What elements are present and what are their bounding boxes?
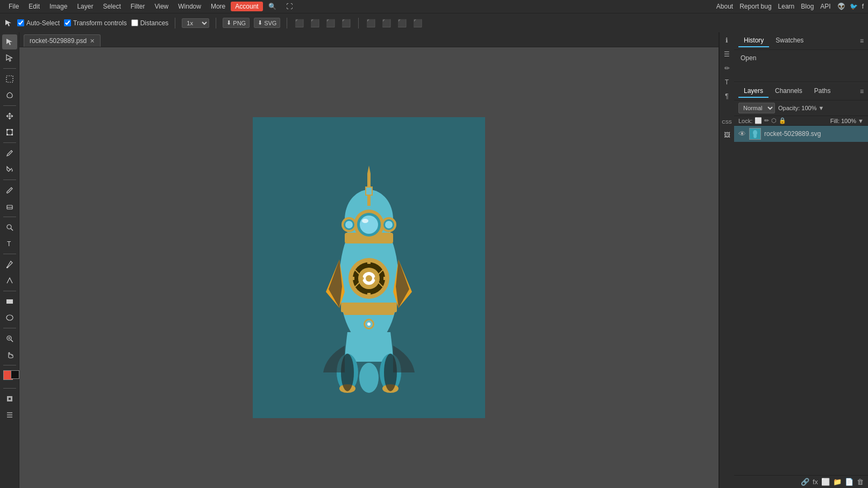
tool-layers-icon[interactable] [2, 407, 17, 422]
lock-paint-icon[interactable]: ✏ [764, 117, 769, 124]
tool-ellipse[interactable] [2, 310, 17, 325]
menu-learn[interactable]: Learn [778, 3, 795, 10]
distribute-h-button[interactable]: ⬛ [396, 18, 408, 28]
toolbar-autoselect[interactable]: Auto-Select [17, 19, 60, 27]
facebook-icon[interactable]: f [862, 3, 864, 10]
align-center-h-button[interactable]: ⬛ [309, 18, 321, 28]
tool-paint-bucket[interactable] [2, 162, 17, 177]
tool-quick-mask[interactable] [2, 391, 17, 406]
layer-visibility-icon[interactable]: 👁 [738, 130, 746, 138]
tool-transform[interactable] [2, 125, 17, 140]
tool-zoom[interactable] [2, 331, 17, 346]
history-item-open[interactable]: Open [738, 53, 864, 63]
layers-panel-menu[interactable]: ≡ [860, 88, 864, 95]
export-svg-button[interactable]: ⬇ SVG [254, 18, 280, 28]
distribute-v-button[interactable]: ⬛ [412, 18, 423, 28]
menu-about[interactable]: About [716, 3, 733, 10]
tool-magnify[interactable] [2, 220, 17, 235]
menu-image[interactable]: Image [45, 2, 72, 11]
tool-brush[interactable] [2, 183, 17, 198]
blend-mode-select[interactable]: Normal Multiply Screen Overlay [738, 103, 775, 113]
tab-close[interactable]: ✕ [90, 38, 95, 45]
tool-eyedropper[interactable] [2, 146, 17, 161]
layer-item[interactable]: 👁 rocket-5029889.svg [734, 126, 868, 142]
menu-report-bug[interactable]: Report bug [739, 3, 771, 10]
pen-icon[interactable]: ✏ [723, 62, 731, 74]
menu-edit[interactable]: Edit [24, 2, 44, 11]
new-group-icon[interactable]: 📁 [833, 478, 842, 486]
tab-rocket[interactable]: rocket-5029889.psd ✕ [24, 34, 101, 47]
toolbox: T [0, 32, 19, 488]
fill-chevron[interactable]: ▼ [858, 118, 864, 124]
tab-swatches[interactable]: Swatches [770, 34, 809, 47]
svg-rect-52 [367, 259, 371, 264]
menu-more[interactable]: More [207, 2, 230, 11]
tool-text[interactable]: T [2, 236, 17, 251]
menu-file[interactable]: File [4, 2, 23, 11]
background-color[interactable] [11, 370, 19, 379]
css-icon[interactable]: CSS [721, 117, 733, 127]
opacity-chevron[interactable]: ▼ [819, 105, 824, 111]
opacity-value[interactable]: 100% [801, 105, 816, 111]
menu-layer[interactable]: Layer [73, 2, 97, 11]
align-left-button[interactable]: ⬛ [294, 18, 305, 28]
export-png-button[interactable]: ⬇ PNG [223, 18, 250, 28]
menu-account[interactable]: Account [231, 2, 262, 11]
link-layers-icon[interactable]: 🔗 [801, 478, 809, 486]
tab-layers[interactable]: Layers [738, 85, 769, 98]
lock-position-icon[interactable]: ⬡ [771, 117, 777, 124]
info-icon[interactable]: ℹ [724, 34, 729, 46]
tool-path-select[interactable] [2, 273, 17, 288]
lock-all-icon[interactable]: 🔒 [779, 117, 786, 124]
search-icon-menu[interactable]: 🔍 [264, 2, 281, 11]
align-top-button[interactable]: ⬛ [340, 18, 352, 28]
menu-api[interactable]: API [820, 3, 830, 10]
tab-paths[interactable]: Paths [809, 85, 836, 98]
menu-view[interactable]: View [150, 2, 173, 11]
tool-move[interactable] [2, 109, 17, 124]
svg-point-11 [7, 225, 11, 229]
new-layer-icon[interactable]: 📄 [845, 478, 853, 486]
transform-controls-checkbox[interactable] [64, 19, 71, 26]
add-style-icon[interactable]: fx [813, 478, 818, 486]
image-icon[interactable]: 🖼 [723, 129, 731, 141]
menu-select[interactable]: Select [98, 2, 125, 11]
autoselect-checkbox[interactable] [17, 19, 24, 26]
menu-bar-right: About Report bug Learn Blog API 👽 🐦 f [716, 3, 864, 10]
tab-history[interactable]: History [738, 34, 769, 47]
align-center-v-button[interactable]: ⬛ [365, 18, 376, 28]
layer-name: rocket-5029889.svg [764, 130, 864, 138]
lock-pixels-icon[interactable]: ⬜ [755, 117, 762, 124]
tool-marquee[interactable] [2, 71, 17, 87]
expand-icon-menu[interactable]: ⛶ [282, 2, 297, 11]
zoom-select[interactable]: 1x 2x 0.5x [182, 18, 209, 28]
sliders-icon[interactable]: ☰ [723, 48, 731, 60]
tool-direct-select[interactable] [2, 51, 17, 66]
tool-lasso[interactable] [2, 88, 17, 103]
tool-sep-7 [3, 291, 16, 291]
tool-hand[interactable] [2, 347, 17, 362]
fill-value[interactable]: 100% [841, 118, 856, 124]
canvas-area[interactable] [19, 47, 718, 488]
twitter-icon[interactable]: 🐦 [850, 3, 858, 10]
reddit-icon[interactable]: 👽 [837, 3, 845, 10]
delete-layer-icon[interactable]: 🗑 [857, 478, 864, 486]
tool-rectangle[interactable] [2, 294, 17, 309]
menu-filter[interactable]: Filter [126, 2, 150, 11]
text-icon[interactable]: T [724, 76, 730, 88]
menu-blog[interactable]: Blog [801, 3, 814, 10]
tool-eraser[interactable] [2, 199, 17, 214]
tool-sep-10 [3, 388, 16, 389]
history-panel-menu[interactable]: ≡ [860, 37, 864, 45]
align-bottom-button[interactable]: ⬛ [381, 18, 392, 28]
tool-eyedropper2[interactable] [2, 257, 17, 272]
toolbar-distances[interactable]: Distances [131, 19, 169, 27]
paragraph-icon[interactable]: ¶ [724, 90, 729, 102]
toolbar-transform-controls[interactable]: Transform controls [64, 19, 127, 27]
distances-checkbox[interactable] [131, 19, 138, 26]
tab-channels[interactable]: Channels [770, 85, 808, 98]
menu-window[interactable]: Window [174, 2, 205, 11]
add-mask-icon[interactable]: ⬜ [821, 478, 830, 486]
tool-select[interactable] [2, 34, 17, 49]
align-right-button[interactable]: ⬛ [325, 18, 336, 28]
